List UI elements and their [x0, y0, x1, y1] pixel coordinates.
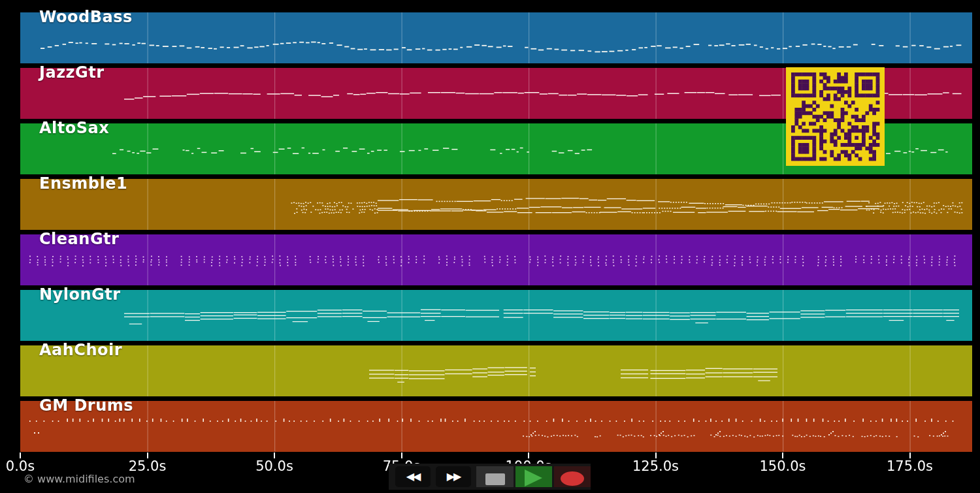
transport-bar: ◀◀ ▶▶: [389, 464, 591, 490]
axis-tick: [909, 453, 911, 458]
axis-tick: [782, 453, 783, 458]
track-label: AahChoir: [39, 341, 122, 359]
record-icon: [561, 471, 584, 486]
track-label: GM Drums: [39, 396, 133, 415]
axis-tick: [20, 453, 21, 458]
axis-tick: [655, 453, 657, 458]
stop-icon: [485, 473, 505, 485]
track-label: Ensmble1: [39, 174, 127, 193]
axis-tick: [528, 453, 529, 458]
stop-button[interactable]: [476, 466, 514, 487]
axis-tick-label: 50.0s: [255, 458, 293, 474]
rewind-icon: ◀◀: [406, 470, 420, 483]
track-label: WoodBass: [39, 8, 133, 26]
midi-overview-stage: WoodBassJazzGtrAltoSaxEnsmble1CleanGtrNy…: [0, 0, 980, 493]
qr-code: [786, 67, 885, 166]
record-button[interactable]: [554, 466, 591, 487]
axis-tick: [147, 453, 148, 458]
axis-tick-label: 25.0s: [129, 458, 167, 474]
fast-forward-button[interactable]: ▶▶: [436, 466, 471, 487]
axis-tick-label: 0.0s: [6, 458, 35, 474]
fast-forward-icon: ▶▶: [447, 470, 461, 483]
rewind-button[interactable]: ◀◀: [395, 466, 431, 487]
copyright-text: © www.midifiles.com: [24, 473, 135, 485]
play-button[interactable]: [515, 466, 552, 487]
play-icon: [525, 469, 542, 486]
axis-tick-label: 150.0s: [759, 458, 806, 474]
axis-tick-label: 175.0s: [887, 458, 933, 474]
axis-tick: [274, 453, 275, 458]
axis-tick-label: 125.0s: [632, 458, 679, 474]
track-label: NylonGtr: [39, 285, 121, 304]
track-label: CleanGtr: [39, 230, 119, 248]
axis-tick: [401, 453, 402, 458]
track-label: AltoSax: [39, 119, 109, 137]
track-label: JazzGtr: [39, 63, 105, 82]
